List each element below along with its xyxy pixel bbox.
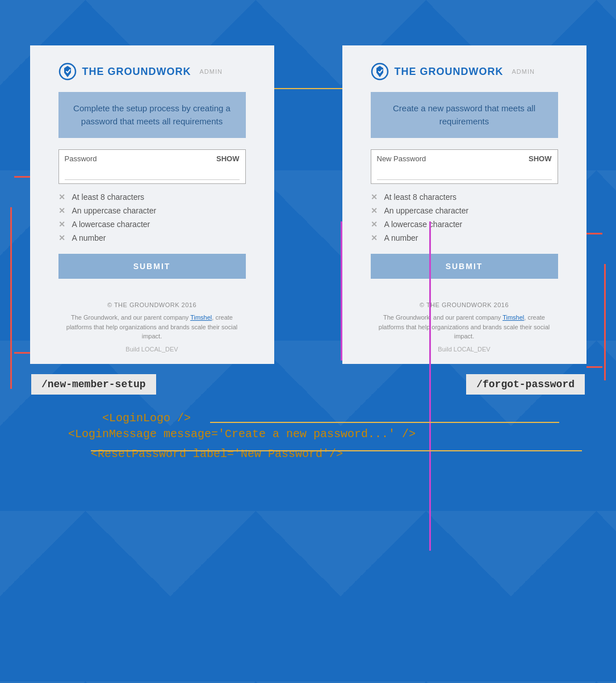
x-mark-icon-r3: ✕ — [371, 220, 380, 229]
req-text-1: At least 8 characters — [72, 192, 145, 202]
left-password-input[interactable] — [65, 163, 240, 177]
x-mark-icon-1: ✕ — [58, 192, 68, 202]
right-password-field-group: New Password SHOW — [371, 149, 558, 184]
left-form-area: Password SHOW ✕ At least 8 characters ✕ … — [30, 149, 274, 290]
req-text-r1: At least 8 characters — [384, 192, 457, 202]
list-item: ✕ An uppercase character — [371, 206, 558, 215]
left-message-box: Complete the setup process by creating a… — [58, 92, 246, 138]
right-submit-button[interactable]: SUBMIT — [371, 254, 558, 279]
list-item: ✕ At least 8 characters — [371, 192, 558, 202]
logo-connector-line — [274, 88, 342, 89]
list-item: ✕ At least 8 characters — [58, 192, 246, 202]
left-password-label: Password — [65, 154, 97, 163]
left-card-header: THE GROUNDWORK ADMIN — [30, 45, 274, 92]
code-msg-text: <LoginMessage message='Create a new pass… — [68, 428, 416, 441]
list-item: ✕ A number — [371, 233, 558, 242]
right-card-header: THE GROUNDWORK ADMIN — [342, 45, 586, 92]
left-field-underline — [65, 179, 240, 180]
req-text-r3: A lowercase character — [384, 220, 463, 229]
left-show-password-button[interactable]: SHOW — [216, 154, 239, 163]
right-password-label: New Password — [377, 154, 426, 163]
right-password-input[interactable] — [377, 163, 552, 177]
logo-connector-annotation — [210, 422, 559, 423]
right-message-text: Create a new password that meets all req… — [393, 103, 535, 126]
right-footer-build: Build LOCAL_DEV — [371, 346, 558, 353]
right-requirements-list: ✕ At least 8 characters ✕ An uppercase c… — [371, 192, 558, 242]
x-mark-icon-r4: ✕ — [371, 233, 380, 242]
code-logo-text: <LoginLogo /> — [102, 412, 191, 425]
left-logo-text: THE GROUNDWORK — [82, 66, 191, 78]
right-field-underline — [377, 179, 552, 180]
right-show-password-button[interactable]: SHOW — [529, 154, 551, 163]
left-message-text: Complete the setup process by creating a… — [73, 103, 231, 126]
left-submit-button[interactable]: SUBMIT — [58, 254, 246, 279]
x-mark-icon-3: ✕ — [58, 220, 68, 229]
left-page-card: THE GROUNDWORK ADMIN Complete the setup … — [30, 45, 274, 364]
x-mark-icon-r2: ✕ — [371, 206, 380, 215]
x-mark-icon-2: ✕ — [58, 206, 68, 215]
left-admin-badge: ADMIN — [200, 68, 223, 75]
code-reset-text: <ResetPassword label='New Password'/> — [91, 447, 343, 460]
x-mark-icon-4: ✕ — [58, 233, 68, 242]
left-password-field-group: Password SHOW — [58, 149, 246, 184]
req-text-3: A lowercase character — [72, 220, 150, 229]
right-admin-badge: ADMIN — [512, 68, 535, 75]
right-logo-text: THE GROUNDWORK — [395, 66, 504, 78]
list-item: ✕ A number — [58, 233, 246, 242]
list-item: ✕ An uppercase character — [58, 206, 246, 215]
req-text-4: A number — [72, 233, 106, 242]
code-annotations-section: <LoginLogo /> <LoginMessage message='Cre… — [0, 395, 616, 484]
right-page-card: THE GROUNDWORK ADMIN Create a new passwo… — [342, 45, 586, 364]
logo-icon-right — [371, 62, 389, 81]
logo-icon-left — [58, 62, 77, 81]
left-footer-build: Build LOCAL_DEV — [58, 346, 246, 353]
left-footer-copyright: © THE GROUNDWORK 2016 — [58, 301, 246, 308]
right-route-label: /forgot-password — [466, 374, 585, 395]
right-card-footer: © THE GROUNDWORK 2016 The Groundwork, an… — [342, 290, 586, 364]
right-footer-copyright: © THE GROUNDWORK 2016 — [371, 301, 558, 308]
list-item: ✕ A lowercase character — [371, 220, 558, 229]
list-item: ✕ A lowercase character — [58, 220, 246, 229]
purple-annotation-line — [429, 221, 431, 551]
left-card-footer: © THE GROUNDWORK 2016 The Groundwork, an… — [30, 290, 274, 364]
left-route-label: /new-member-setup — [31, 374, 156, 395]
req-text-2: An uppercase character — [72, 206, 157, 215]
right-timshel-link[interactable]: Timshel — [502, 314, 524, 321]
route-labels-row: /new-member-setup /forgot-password — [0, 374, 616, 395]
left-requirements-list: ✕ At least 8 characters ✕ An uppercase c… — [58, 192, 246, 242]
left-timshel-link[interactable]: Timshel — [190, 314, 212, 321]
right-message-box: Create a new password that meets all req… — [371, 92, 558, 138]
code-reset-password: <ResetPassword label='New Password'/> — [91, 447, 559, 460]
req-text-r2: An uppercase character — [384, 206, 469, 215]
x-mark-icon-r1: ✕ — [371, 192, 380, 202]
right-form-area: New Password SHOW ✕ At least 8 character… — [342, 149, 586, 290]
right-footer-desc: The Groundwork, and our parent company T… — [371, 313, 558, 341]
req-text-r4: A number — [384, 233, 418, 242]
left-footer-desc: The Groundwork, and our parent company T… — [58, 313, 246, 341]
msg-connector-annotation — [91, 450, 582, 451]
code-login-message: <LoginMessage message='Create a new pass… — [68, 428, 559, 441]
